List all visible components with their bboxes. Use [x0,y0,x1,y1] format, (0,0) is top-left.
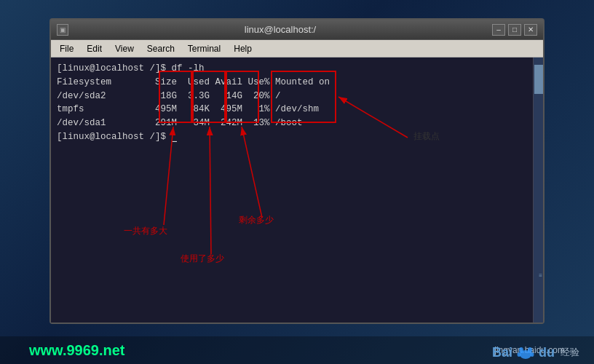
baidu-paw-icon [515,344,536,360]
terminal-line-4: tmpfs 495M 84K 495M 1% /dev/shm [57,103,537,116]
baidu-text: Bai [492,345,512,360]
menu-help[interactable]: Help [228,42,258,55]
window-title: linux@localhost:/ [68,24,492,35]
svg-line-2 [210,127,211,254]
minimize-button[interactable]: – [492,24,505,36]
svg-point-7 [528,347,532,353]
avail-annotation: 剩余多少 [239,214,274,226]
bottom-bar: www.9969.net jingyan.baidu.com Bai du 经验 [0,336,594,364]
window-controls: – □ ✕ [492,24,537,36]
baidu-du-text: du [539,345,555,360]
terminal-body[interactable]: [linux@localhost /]$ df -lh Filesystem S… [51,58,543,323]
terminal-line-3: /dev/sda2 18G 3.3G 14G 20% / [57,90,537,103]
terminal-icon: ▣ [57,24,68,36]
menu-bar: File Edit View Search Terminal Help [51,40,543,58]
menu-file[interactable]: File [54,42,79,55]
terminal-line-2: Filesystem Size Used Avail Use% Mounted … [57,76,537,90]
total-size-annotation: 一共有多大 [124,225,167,237]
menu-edit[interactable]: Edit [81,42,108,55]
scrollbar-lines: ≡ [539,272,542,279]
terminal-line-1: [linux@localhost /]$ df -lh [57,62,537,76]
jingyan-label: 经验 [561,346,579,359]
terminal-window: ▣ linux@localhost:/ – □ ✕ File Edit View… [50,18,544,324]
menu-terminal[interactable]: Terminal [182,42,226,55]
svg-point-6 [519,347,523,353]
baidu-logo-area: Bai du 经验 [492,344,579,360]
watermark-green: www.9969.net [29,342,125,359]
svg-point-9 [531,352,534,357]
menu-view[interactable]: View [109,42,140,55]
scrollbar-thumb[interactable] [534,65,543,94]
title-bar: ▣ linux@localhost:/ – □ ✕ [51,20,543,40]
terminal-line-5: /dev/sda1 291M 34M 242M 13% /boot [57,116,537,130]
scrollbar[interactable]: ≡ [533,58,543,323]
maximize-button[interactable]: □ [508,24,521,36]
svg-point-8 [518,352,521,357]
close-button[interactable]: ✕ [524,24,537,36]
used-annotation: 使用了多少 [181,253,224,265]
menu-search[interactable]: Search [141,42,181,55]
terminal-line-6: [linux@localhost /]$ █ [57,130,537,144]
